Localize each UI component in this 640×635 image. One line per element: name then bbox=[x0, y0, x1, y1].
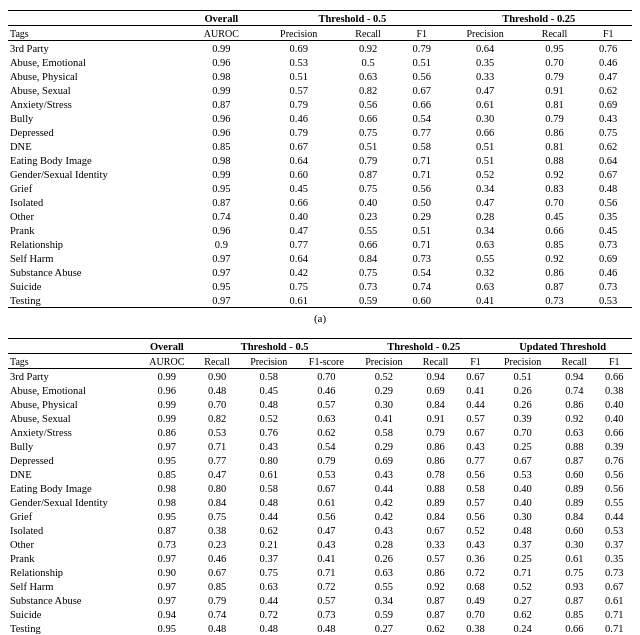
row-value: 0.51 bbox=[446, 139, 525, 153]
row-value: 0.95 bbox=[184, 279, 260, 293]
row-value: 0.67 bbox=[413, 523, 457, 537]
table-row: 3rd Party0.990.690.920.790.640.950.76 bbox=[8, 41, 632, 56]
table-b-body: 3rd Party0.990.900.580.700.520.940.670.5… bbox=[8, 369, 632, 636]
row-value: 0.95 bbox=[139, 453, 195, 467]
row-value: 0.41 bbox=[458, 383, 493, 397]
row-value: 0.87 bbox=[552, 453, 596, 467]
row-value: 0.73 bbox=[584, 237, 632, 251]
row-value: 0.91 bbox=[413, 411, 457, 425]
row-value: 0.71 bbox=[195, 439, 239, 453]
row-value: 0.94 bbox=[139, 607, 195, 621]
table-row: Testing0.970.610.590.600.410.730.53 bbox=[8, 293, 632, 308]
row-value: 0.66 bbox=[446, 125, 525, 139]
row-value: 0.56 bbox=[597, 481, 633, 495]
row-value: 0.67 bbox=[584, 167, 632, 181]
row-value: 0.64 bbox=[259, 251, 338, 265]
table-a-body: 3rd Party0.990.690.920.790.640.950.76Abu… bbox=[8, 41, 632, 308]
row-value: 0.63 bbox=[446, 279, 525, 293]
row-value: 0.34 bbox=[446, 223, 525, 237]
row-value: 0.45 bbox=[259, 181, 338, 195]
row-value: 0.40 bbox=[338, 195, 398, 209]
table-row: Self Harm0.970.640.840.730.550.920.69 bbox=[8, 251, 632, 265]
row-value: 0.52 bbox=[493, 579, 552, 593]
row-value: 0.35 bbox=[597, 551, 633, 565]
row-value: 0.79 bbox=[338, 153, 398, 167]
row-value: 0.53 bbox=[493, 467, 552, 481]
table-row: Grief0.950.750.440.560.420.840.560.300.8… bbox=[8, 509, 632, 523]
row-value: 0.47 bbox=[584, 69, 632, 83]
row-value: 0.60 bbox=[398, 293, 446, 308]
row-value: 0.53 bbox=[195, 425, 239, 439]
col-thresh025-header-b: Threshold - 0.25 bbox=[354, 339, 493, 354]
row-value: 0.63 bbox=[298, 411, 354, 425]
row-value: 0.42 bbox=[259, 265, 338, 279]
row-label: Substance Abuse bbox=[8, 593, 139, 607]
row-value: 0.99 bbox=[184, 167, 260, 181]
row-value: 0.62 bbox=[584, 83, 632, 97]
row-value: 0.40 bbox=[493, 481, 552, 495]
table-row: Anxiety/Stress0.860.530.760.620.580.790.… bbox=[8, 425, 632, 439]
table-row: Relationship0.900.670.750.710.630.860.72… bbox=[8, 565, 632, 579]
row-value: 0.53 bbox=[584, 293, 632, 308]
row-value: 0.75 bbox=[239, 565, 298, 579]
row-value: 0.87 bbox=[413, 593, 457, 607]
row-value: 0.57 bbox=[413, 551, 457, 565]
row-value: 0.52 bbox=[354, 369, 413, 384]
row-value: 0.37 bbox=[493, 537, 552, 551]
row-value: 0.55 bbox=[354, 579, 413, 593]
row-value: 0.79 bbox=[525, 111, 585, 125]
row-value: 0.56 bbox=[298, 509, 354, 523]
row-value: 0.34 bbox=[354, 593, 413, 607]
row-value: 0.75 bbox=[338, 125, 398, 139]
row-value: 0.73 bbox=[298, 607, 354, 621]
row-value: 0.42 bbox=[354, 495, 413, 509]
row-value: 0.48 bbox=[298, 621, 354, 635]
row-value: 0.29 bbox=[398, 209, 446, 223]
row-value: 0.26 bbox=[493, 383, 552, 397]
row-value: 0.75 bbox=[195, 509, 239, 523]
row-label: Testing bbox=[8, 621, 139, 635]
row-value: 0.49 bbox=[458, 593, 493, 607]
table-row: Prank0.960.470.550.510.340.660.45 bbox=[8, 223, 632, 237]
col-overall-header: Overall bbox=[184, 11, 260, 26]
row-value: 0.76 bbox=[239, 425, 298, 439]
row-value: 0.47 bbox=[446, 195, 525, 209]
row-value: 0.98 bbox=[139, 495, 195, 509]
row-value: 0.69 bbox=[584, 251, 632, 265]
row-value: 0.41 bbox=[354, 411, 413, 425]
row-value: 0.56 bbox=[458, 509, 493, 523]
row-value: 0.63 bbox=[239, 579, 298, 593]
row-value: 0.86 bbox=[413, 439, 457, 453]
row-value: 0.67 bbox=[298, 481, 354, 495]
row-label: Gender/Sexual Identity bbox=[8, 495, 139, 509]
row-value: 0.79 bbox=[525, 69, 585, 83]
row-value: 0.66 bbox=[552, 621, 596, 635]
row-value: 0.99 bbox=[139, 411, 195, 425]
table-row: Abuse, Emotional0.960.480.450.460.290.69… bbox=[8, 383, 632, 397]
row-value: 0.96 bbox=[184, 111, 260, 125]
row-value: 0.90 bbox=[195, 369, 239, 384]
table-row: Abuse, Emotional0.960.530.50.510.350.700… bbox=[8, 55, 632, 69]
col-f1-3b: F1 bbox=[597, 354, 633, 369]
row-value: 0.87 bbox=[184, 97, 260, 111]
row-label: Isolated bbox=[8, 523, 139, 537]
row-value: 0.26 bbox=[354, 551, 413, 565]
row-value: 0.40 bbox=[259, 209, 338, 223]
row-value: 0.89 bbox=[552, 495, 596, 509]
row-value: 0.92 bbox=[338, 41, 398, 56]
row-value: 0.87 bbox=[338, 167, 398, 181]
row-value: 0.71 bbox=[398, 167, 446, 181]
table-row: Substance Abuse0.970.790.440.570.340.870… bbox=[8, 593, 632, 607]
row-label: Prank bbox=[8, 551, 139, 565]
row-value: 0.64 bbox=[584, 153, 632, 167]
row-value: 0.33 bbox=[446, 69, 525, 83]
row-value: 0.77 bbox=[259, 237, 338, 251]
row-value: 0.56 bbox=[597, 467, 633, 481]
table-a-col-header: Tags AUROC Precision Recall F1 Precision… bbox=[8, 26, 632, 41]
row-value: 0.64 bbox=[446, 41, 525, 56]
row-value: 0.79 bbox=[259, 97, 338, 111]
row-value: 0.56 bbox=[398, 69, 446, 83]
row-value: 0.69 bbox=[584, 97, 632, 111]
row-value: 0.60 bbox=[259, 167, 338, 181]
table-row: Depressed0.960.790.750.770.660.860.75 bbox=[8, 125, 632, 139]
